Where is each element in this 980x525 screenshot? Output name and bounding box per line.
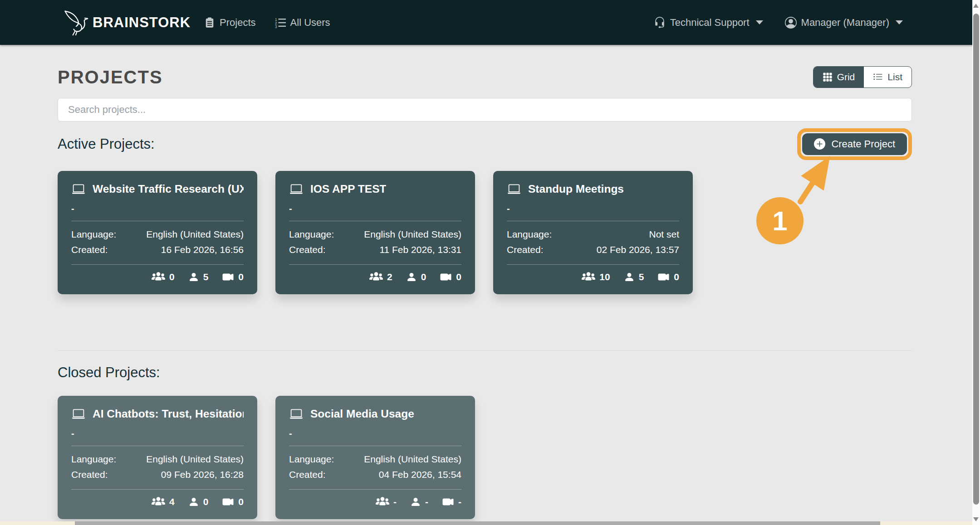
users-stat: 0 <box>188 496 209 507</box>
grid-view-button[interactable]: Grid <box>813 67 864 88</box>
search-input[interactable] <box>58 98 912 122</box>
user-menu-dropdown[interactable]: Manager (Manager) <box>785 17 903 29</box>
groups-stat: 10 <box>582 272 610 282</box>
project-card[interactable]: Social Media Usage - Language: English (… <box>275 396 475 519</box>
grid-view-label: Grid <box>837 72 855 83</box>
project-card-stats: - - - <box>289 496 461 507</box>
project-card-header: Social Media Usage <box>289 408 461 420</box>
scroll-down-arrow-icon[interactable] <box>973 517 979 521</box>
page-title: PROJECTS <box>58 67 163 88</box>
language-value: English (United States) <box>364 454 461 465</box>
user-group-icon <box>152 272 165 282</box>
active-projects-title: Active Projects: <box>58 136 155 152</box>
videos-stat: 0 <box>440 272 461 282</box>
user-menu-label: Manager (Manager) <box>801 17 889 29</box>
stork-logo-icon <box>63 9 89 37</box>
video-camera-icon <box>442 496 454 507</box>
videos-stat: - <box>442 496 461 507</box>
created-row: Created: 16 Feb 2026, 16:56 <box>71 244 244 255</box>
project-card[interactable]: Website Traffic Research (UX - Language:… <box>58 171 257 294</box>
created-value: 04 Feb 2026, 15:54 <box>379 469 461 480</box>
user-count: 0 <box>203 496 209 507</box>
laptop-icon <box>289 183 304 195</box>
scroll-up-arrow-icon[interactable] <box>973 4 979 8</box>
videos-stat: 0 <box>657 272 679 282</box>
laptop-icon <box>71 408 86 420</box>
project-card[interactable]: Standup Meetings - Language: Not set Cre… <box>493 171 693 294</box>
users-stat: 5 <box>188 272 209 282</box>
project-card-stats: 2 0 0 <box>289 272 461 282</box>
card-divider <box>507 221 679 221</box>
user-group-icon <box>582 272 595 282</box>
groups-stat: 2 <box>369 272 392 282</box>
project-card[interactable]: IOS APP TEST - Language: English (United… <box>275 171 475 294</box>
nav-item-all-users[interactable]: 1 2 3 All Users <box>275 17 330 29</box>
card-divider <box>71 489 244 490</box>
video-count: 0 <box>456 272 461 282</box>
svg-text:3: 3 <box>275 25 277 29</box>
project-title: Standup Meetings <box>528 183 624 195</box>
create-project-button[interactable]: Create Project <box>802 133 907 155</box>
card-divider <box>71 446 244 446</box>
group-count: 0 <box>169 272 175 282</box>
created-row: Created: 02 Feb 2026, 13:57 <box>507 244 679 255</box>
language-label: Language: <box>507 229 552 240</box>
brand-logo[interactable]: BRAINSTORK <box>63 9 191 37</box>
project-card-header: Website Traffic Research (UX <box>71 183 244 195</box>
project-card-header: Standup Meetings <box>507 183 679 195</box>
horizontal-scrollbar[interactable] <box>0 521 972 525</box>
list-ol-icon: 1 2 3 <box>275 17 286 29</box>
created-value: 11 Feb 2026, 13:31 <box>379 244 461 255</box>
person-icon <box>188 272 199 282</box>
language-label: Language: <box>71 454 116 465</box>
view-toggle: Grid List <box>813 66 912 88</box>
language-label: Language: <box>289 229 334 240</box>
technical-support-dropdown[interactable]: Technical Support <box>654 17 763 29</box>
laptop-icon <box>507 183 521 195</box>
project-title: IOS APP TEST <box>310 183 386 195</box>
card-divider <box>507 264 679 265</box>
created-label: Created: <box>289 244 326 255</box>
user-count: 0 <box>421 272 426 282</box>
created-value: 09 Feb 2026, 16:28 <box>161 469 244 480</box>
closed-projects-title: Closed Projects: <box>58 365 912 381</box>
language-value: English (United States) <box>364 229 461 240</box>
horizontal-scrollbar-thumb[interactable] <box>75 521 880 525</box>
created-value: 16 Feb 2026, 16:56 <box>161 244 244 255</box>
chevron-down-icon <box>756 20 763 24</box>
project-title: Website Traffic Research (UX <box>93 183 244 195</box>
language-row: Language: English (United States) <box>289 229 461 240</box>
card-divider <box>289 264 461 265</box>
language-value: English (United States) <box>146 454 244 465</box>
grid-icon <box>823 72 833 82</box>
user-group-icon <box>376 496 389 507</box>
created-value: 02 Feb 2026, 13:57 <box>597 244 679 255</box>
user-count: - <box>425 496 428 507</box>
main-nav: Projects 1 2 3 All Users <box>204 17 330 29</box>
project-card[interactable]: AI Chatbots: Trust, Hesitation, - Langua… <box>58 396 257 519</box>
technical-support-label: Technical Support <box>670 17 750 29</box>
card-divider <box>71 221 244 221</box>
video-count: - <box>458 496 461 507</box>
project-subtitle: - <box>71 428 244 439</box>
video-count: 0 <box>238 496 244 507</box>
created-label: Created: <box>71 469 108 480</box>
list-view-button[interactable]: List <box>864 67 911 88</box>
vertical-scrollbar-thumb[interactable] <box>973 14 979 505</box>
created-label: Created: <box>289 469 326 480</box>
top-navbar: BRAINSTORK Projects 1 2 3 <box>0 0 980 45</box>
videos-stat: 0 <box>222 272 244 282</box>
annotation-arrow <box>790 155 840 209</box>
users-stat: 5 <box>624 272 644 282</box>
groups-stat: 4 <box>152 496 175 507</box>
person-icon <box>406 272 417 282</box>
list-view-label: List <box>887 72 902 83</box>
vertical-scrollbar[interactable] <box>972 0 980 525</box>
created-label: Created: <box>71 244 108 255</box>
card-divider <box>289 489 461 490</box>
nav-item-projects[interactable]: Projects <box>204 17 255 29</box>
created-row: Created: 04 Feb 2026, 15:54 <box>289 469 461 480</box>
project-subtitle: - <box>71 204 244 214</box>
video-camera-icon <box>222 496 234 507</box>
created-label: Created: <box>507 244 544 255</box>
